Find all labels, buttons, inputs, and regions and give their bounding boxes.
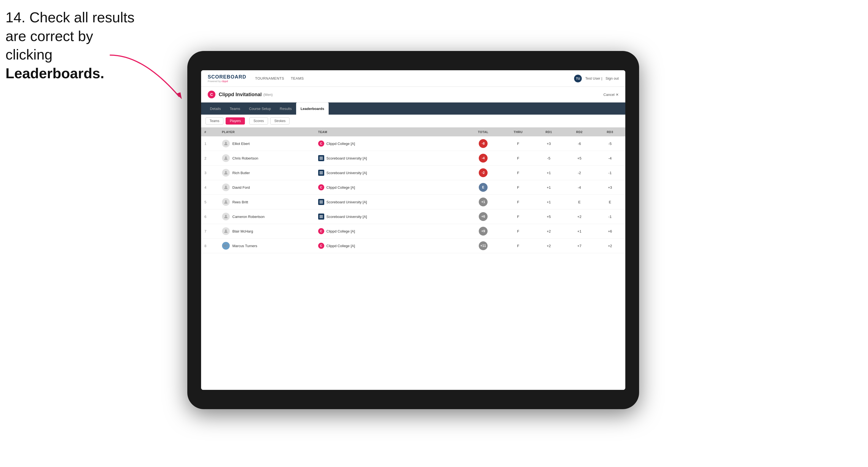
rank-cell: 6	[201, 209, 219, 224]
player-cell: Rich Butler	[219, 165, 315, 180]
filter-teams-button[interactable]: Teams	[206, 117, 223, 125]
tab-results[interactable]: Results	[276, 102, 296, 115]
player-avatar	[222, 184, 230, 191]
table-row: 8 MT Marcus Turners C Clippd College [A]…	[201, 239, 625, 253]
tab-details[interactable]: Details	[206, 102, 225, 115]
tab-leaderboards[interactable]: Leaderboards	[296, 102, 329, 115]
filter-scores-button[interactable]: Scores	[249, 117, 268, 125]
rd1-cell: +3	[534, 136, 564, 151]
nav-tournaments[interactable]: TOURNAMENTS	[255, 75, 284, 82]
svg-point-4	[225, 186, 227, 187]
logo-sub: Powered by clippd	[208, 80, 246, 83]
player-avatar	[222, 169, 230, 177]
nav-links: TOURNAMENTS TEAMS	[255, 75, 574, 82]
col-team: TEAM	[315, 128, 464, 136]
nav-right: TU Test User | Sign out	[574, 75, 619, 82]
player-cell: Cameron Robertson	[219, 209, 315, 224]
table-row: 1 Elliot Ebert C Clippd College [A] -8 F…	[201, 136, 625, 151]
tab-bar: Details Teams Course Setup Results Leade…	[201, 102, 625, 115]
rd2-cell: -6	[564, 136, 595, 151]
rank-cell: 8	[201, 239, 219, 253]
total-cell: E	[464, 180, 503, 195]
signout-link[interactable]: Sign out	[606, 76, 619, 81]
rd3-cell: -4	[595, 151, 625, 165]
rank-cell: 3	[201, 165, 219, 180]
tab-course-setup[interactable]: Course Setup	[245, 102, 276, 115]
col-player: PLAYER	[219, 128, 315, 136]
table-row: 5 Rees Britt Scoreboard University [A]	[201, 195, 625, 209]
rd1-cell: -5	[534, 151, 564, 165]
team-cell: Scoreboard University [A]	[315, 165, 464, 180]
table-row: 6 Cameron Robertson Scoreboard Univers	[201, 209, 625, 224]
score-badge: -2	[479, 168, 488, 177]
score-badge: +9	[479, 227, 488, 236]
team-logo-scoreboard	[318, 155, 324, 161]
thru-cell: F	[503, 239, 533, 253]
player-cell: Elliot Ebert	[219, 136, 315, 151]
table-row: 7 Blair McHarg C Clippd College [A] +9 F…	[201, 224, 625, 239]
filter-strokes-button[interactable]: Strokes	[270, 117, 290, 125]
rd2-cell: E	[564, 195, 595, 209]
player-avatar	[222, 154, 230, 162]
team-logo-clippd: C	[318, 228, 324, 234]
user-avatar: TU	[574, 75, 582, 82]
rank-cell: 2	[201, 151, 219, 165]
tab-teams[interactable]: Teams	[225, 102, 245, 115]
results-table: # PLAYER TEAM TOTAL THRU RD1 RD2 RD3 1	[201, 128, 625, 253]
thru-cell: F	[503, 165, 533, 180]
rd1-cell: +2	[534, 239, 564, 253]
filter-players-button[interactable]: Players	[226, 117, 245, 125]
team-cell: C Clippd College [A]	[315, 224, 464, 239]
score-badge: -4	[479, 154, 488, 162]
tournament-subtitle: (Men)	[264, 93, 273, 97]
rd2-cell: +5	[564, 151, 595, 165]
score-badge: +1	[479, 197, 488, 206]
rd1-cell: +1	[534, 165, 564, 180]
rd3-cell: -5	[595, 136, 625, 151]
team-logo-scoreboard	[318, 214, 324, 220]
table-row: 2 Chris Robertson Scoreboard Universit	[201, 151, 625, 165]
top-nav: SCOREBOARD Powered by clippd TOURNAMENTS…	[201, 70, 625, 87]
rd3-cell: +2	[595, 239, 625, 253]
thru-cell: F	[503, 151, 533, 165]
tournament-title: Clippd Invitational	[219, 92, 262, 97]
team-cell: C Clippd College [A]	[315, 180, 464, 195]
player-cell: Rees Britt	[219, 195, 315, 209]
nav-teams[interactable]: TEAMS	[291, 75, 304, 82]
svg-point-2	[225, 156, 227, 158]
score-badge: -8	[479, 139, 488, 148]
rank-cell: 4	[201, 180, 219, 195]
thru-cell: F	[503, 136, 533, 151]
team-cell: C Clippd College [A]	[315, 136, 464, 151]
rd1-cell: +2	[534, 224, 564, 239]
thru-cell: F	[503, 209, 533, 224]
tournament-header: C Clippd Invitational (Men) Cancel ✕	[201, 87, 625, 102]
user-label: Test User |	[585, 76, 602, 81]
logo: SCOREBOARD Powered by clippd	[208, 74, 246, 83]
total-cell: +9	[464, 224, 503, 239]
team-logo-scoreboard	[318, 170, 324, 176]
player-avatar	[222, 198, 230, 206]
total-cell: -8	[464, 136, 503, 151]
team-cell: Scoreboard University [A]	[315, 151, 464, 165]
player-avatar	[222, 227, 230, 235]
team-logo-clippd: C	[318, 243, 324, 249]
cancel-button[interactable]: Cancel ✕	[603, 93, 619, 97]
team-cell: Scoreboard University [A]	[315, 195, 464, 209]
col-rd1: RD1	[534, 128, 564, 136]
score-badge: +11	[479, 241, 488, 250]
rd3-cell: -1	[595, 209, 625, 224]
total-cell: -4	[464, 151, 503, 165]
rd3-cell: -1	[595, 165, 625, 180]
score-badge: +6	[479, 212, 488, 221]
score-badge: E	[479, 183, 488, 192]
table-body: 1 Elliot Ebert C Clippd College [A] -8 F…	[201, 136, 625, 253]
player-avatar	[222, 213, 230, 220]
tablet-screen: SCOREBOARD Powered by clippd TOURNAMENTS…	[201, 70, 625, 390]
table-row: 3 Rich Butler Scoreboard University [A	[201, 165, 625, 180]
close-icon: ✕	[616, 93, 619, 97]
col-rd3: RD3	[595, 128, 625, 136]
team-logo-scoreboard	[318, 199, 324, 205]
player-cell: Chris Robertson	[219, 151, 315, 165]
rd2-cell: +1	[564, 224, 595, 239]
